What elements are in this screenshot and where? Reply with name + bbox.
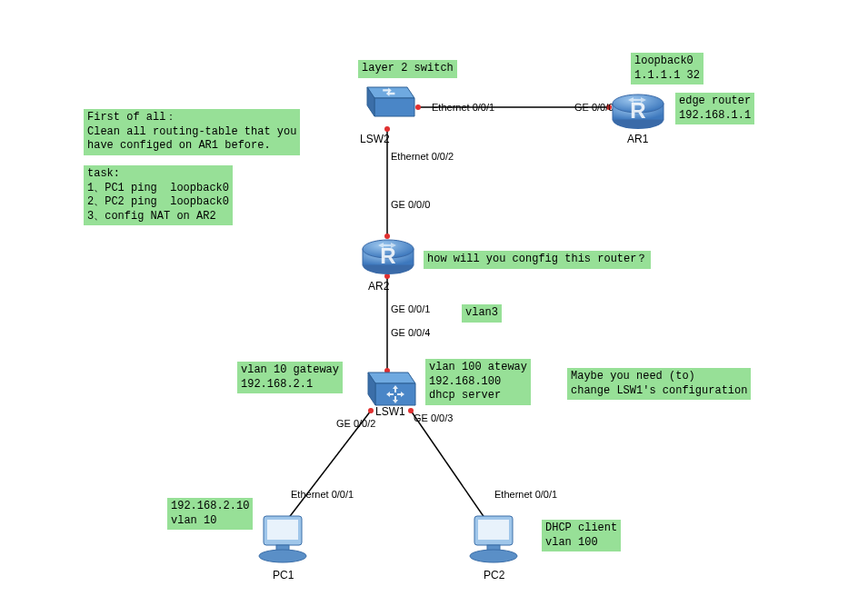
switch-l2-icon bbox=[360, 80, 418, 127]
note-vlan100-gateway: vlan 100 ateway 192.168.100 dhcp server bbox=[425, 359, 531, 405]
svg-marker-26 bbox=[368, 373, 415, 383]
port-lsw2-e001: Ethernet 0/0/1 bbox=[432, 102, 494, 113]
router-icon: R bbox=[606, 84, 670, 134]
svg-line-12 bbox=[411, 411, 491, 527]
note-pc1-info: 192.168.2.10 vlan 10 bbox=[167, 498, 253, 530]
device-ar1[interactable]: R bbox=[606, 84, 670, 138]
device-ar2[interactable]: R bbox=[356, 229, 420, 283]
port-lsw1-ge002: GE 0/0/2 bbox=[336, 418, 375, 429]
note-vlan3: vlan3 bbox=[462, 304, 502, 323]
note-how-config: how will you congfig this router？ bbox=[424, 251, 651, 269]
note-loopback0: loopback0 1.1.1.1 32 bbox=[631, 53, 703, 84]
port-ar2-ge000: GE 0/0/0 bbox=[391, 199, 430, 210]
label-lsw2: LSW2 bbox=[360, 133, 390, 145]
label-ar1: AR1 bbox=[627, 133, 648, 145]
label-pc1: PC1 bbox=[273, 569, 294, 581]
device-pc2[interactable] bbox=[464, 511, 527, 572]
label-pc2: PC2 bbox=[484, 569, 504, 581]
svg-point-32 bbox=[259, 550, 306, 562]
note-vlan10-gateway: vlan 10 gateway 192.168.2.1 bbox=[237, 362, 343, 393]
note-first-of-all: First of all： Clean all routing-table th… bbox=[84, 109, 300, 155]
port-ar2-ge001: GE 0/0/1 bbox=[391, 303, 430, 314]
port-lsw1-ge003: GE 0/0/3 bbox=[414, 412, 453, 423]
note-layer2-switch: layer 2 switch bbox=[358, 60, 457, 78]
port-pc2-e001: Ethernet 0/0/1 bbox=[494, 489, 557, 500]
router-icon: R bbox=[356, 229, 420, 280]
note-pc2-info: DHCP client vlan 100 bbox=[542, 520, 621, 551]
note-task: task: 1、PC1 ping loopback0 2、PC2 ping lo… bbox=[84, 165, 233, 225]
port-lsw2-e002: Ethernet 0/0/2 bbox=[391, 151, 454, 162]
svg-point-36 bbox=[470, 550, 517, 562]
svg-marker-16 bbox=[374, 98, 414, 116]
port-lsw1-ge004: GE 0/0/4 bbox=[391, 327, 430, 338]
pc-icon bbox=[253, 511, 316, 569]
pc-icon bbox=[464, 511, 527, 569]
svg-rect-30 bbox=[267, 520, 298, 540]
svg-rect-34 bbox=[478, 520, 509, 540]
label-ar2: AR2 bbox=[368, 280, 389, 293]
note-maybe-need: Maybe you need (to) change LSW1's config… bbox=[567, 368, 751, 400]
device-lsw2[interactable] bbox=[360, 80, 418, 131]
label-lsw1: LSW1 bbox=[375, 405, 405, 418]
device-pc1[interactable] bbox=[253, 511, 316, 572]
note-edge-router: edge router 192.168.1.1 bbox=[675, 93, 754, 124]
port-pc1-e001: Ethernet 0/0/1 bbox=[291, 489, 354, 500]
